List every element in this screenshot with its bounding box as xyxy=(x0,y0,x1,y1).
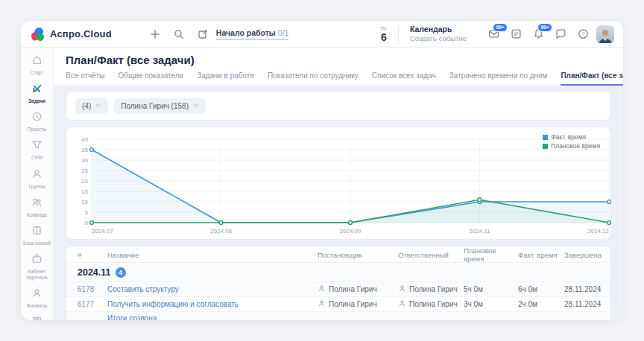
actual-time: 6ч 0м xyxy=(518,285,564,293)
task-assignee: Полина Гирич xyxy=(398,319,464,320)
person-icon xyxy=(398,319,406,320)
page-header: План/Факт (все задачи) Все отчётыОбщие п… xyxy=(54,48,623,86)
svg-text:20: 20 xyxy=(81,178,88,185)
table-row[interactable]: 6177Получить информацию и согласоватьПол… xyxy=(66,297,610,312)
page-title: План/Факт (все задачи) xyxy=(66,54,611,66)
groups-icon xyxy=(31,168,42,182)
person-icon xyxy=(318,319,326,320)
search-icon[interactable] xyxy=(170,25,188,43)
person-icon xyxy=(318,299,326,309)
chat-icon[interactable] xyxy=(552,25,569,43)
task-link[interactable]: Получить информацию и согласовать xyxy=(107,300,318,308)
team-icon xyxy=(31,197,42,211)
sidebar-item-задачи[interactable]: Задачи xyxy=(22,80,52,108)
person-icon xyxy=(398,284,406,294)
task-link[interactable]: Составить структуру xyxy=(107,285,318,293)
sidebar-item-crm[interactable]: CRM xyxy=(22,136,52,165)
sidebar-item-label: База знаний xyxy=(23,240,51,246)
sidebar-item-label: Группы xyxy=(29,184,45,190)
chart-card: 05101520253035402024.072024.082024.09202… xyxy=(66,127,611,240)
task-link[interactable]: Итоги созвона xyxy=(107,314,318,320)
help-icon[interactable]: ? xyxy=(574,25,592,43)
legend-swatch xyxy=(543,144,548,149)
planned-time: 3ч 0м xyxy=(464,300,518,308)
date-widget[interactable]: Пт 6 xyxy=(381,26,394,42)
tab-3[interactable]: Задачи в работе xyxy=(197,71,254,86)
onboarding-icon xyxy=(194,25,212,43)
plan-fact-chart[interactable]: 05101520253035402024.072024.082024.09202… xyxy=(72,132,616,238)
app-logo[interactable]: Аспро.Cloud xyxy=(31,28,112,41)
tab-1[interactable]: Все отчёты xyxy=(66,71,104,86)
group-label: 2024.11 xyxy=(78,267,111,278)
onboarding-link[interactable]: Начало работы0/1 xyxy=(194,25,289,43)
chevron-down-icon xyxy=(95,102,101,110)
svg-text:2024.09: 2024.09 xyxy=(340,228,362,235)
svg-text:2024.08: 2024.08 xyxy=(210,228,232,235)
svg-text:?: ? xyxy=(581,31,585,37)
user-avatar[interactable] xyxy=(596,25,614,43)
legend-item-2[interactable]: Плановое время xyxy=(543,142,600,150)
notes-icon[interactable] xyxy=(507,25,525,43)
tab-6[interactable]: Затрачено времени по дням xyxy=(449,71,548,86)
svg-text:5: 5 xyxy=(85,209,89,216)
tab-4[interactable]: Показатели по сотруднику xyxy=(268,71,359,86)
svg-text:2024.11: 2024.11 xyxy=(469,228,490,235)
onboarding-label: Начало работы xyxy=(216,28,276,37)
planned-time: 5ч 0м xyxy=(464,285,518,293)
finance-icon xyxy=(31,287,42,302)
tab-2[interactable]: Общие показатели xyxy=(118,71,183,86)
divider xyxy=(398,26,399,42)
task-assignee: Полина Гирич xyxy=(398,284,464,294)
tab-7[interactable]: План/Факт (все задачи) xyxy=(561,71,623,86)
sidebar-item-старт[interactable]: Старт xyxy=(22,51,52,80)
group-count-badge: 4 xyxy=(116,267,126,278)
sidebar-item-группы[interactable]: Группы xyxy=(22,165,52,194)
svg-text:30: 30 xyxy=(81,157,88,164)
svg-text:10: 10 xyxy=(81,199,88,205)
calendar-widget[interactable]: Календарь Создать событие xyxy=(410,25,467,43)
projects-icon xyxy=(31,111,42,125)
task-creator: Полина Гирич xyxy=(318,299,398,309)
sidebar-item-label: Задачи xyxy=(28,98,45,104)
person-icon xyxy=(318,284,326,294)
sidebar-item-label: Проекты xyxy=(27,127,46,133)
column-header-1: # xyxy=(78,251,107,259)
chevron-down-icon xyxy=(192,102,199,110)
mail-icon[interactable]: 99+ xyxy=(484,25,502,43)
table-group-row[interactable]: 2024.11 4 xyxy=(66,263,610,282)
task-creator: Полина Гирич xyxy=(318,319,398,320)
bell-icon[interactable]: 99+ xyxy=(529,25,547,43)
sidebar-item-agile[interactable]: Agile xyxy=(22,313,52,320)
svg-text:25: 25 xyxy=(81,168,88,174)
report-tabs: Все отчётыОбщие показателиЗадачи в работ… xyxy=(66,71,611,86)
person-icon xyxy=(398,299,406,309)
filter-chip-2[interactable]: Полина Гирич (158) xyxy=(114,98,206,114)
task-assignee: Полина Гирич xyxy=(398,299,464,309)
tab-5[interactable]: Список всех задач xyxy=(372,71,436,86)
table-row[interactable]: 6176Итоги созвонаЗАВЕРШЕНА 06.12.2024 11… xyxy=(66,312,610,320)
filters-card: (4)Полина Гирич (158) xyxy=(66,91,611,121)
sidebar-item-финансы[interactable]: Финансы xyxy=(22,284,52,313)
completed-date: 28.11.2024 xyxy=(564,285,610,293)
app-title: Аспро.Cloud xyxy=(50,28,112,39)
tasks-icon xyxy=(31,83,42,97)
sidebar-item-база-знаний[interactable]: База знаний xyxy=(22,222,52,250)
date-day: 6 xyxy=(381,32,387,42)
crm-icon xyxy=(31,139,42,153)
legend-swatch xyxy=(543,135,548,140)
sidebar-item-проекты[interactable]: Проекты xyxy=(22,108,52,136)
filter-chip-1[interactable]: (4) xyxy=(75,98,108,114)
sidebar-item-label: Команда xyxy=(27,212,46,218)
partner-icon xyxy=(31,253,42,267)
add-button[interactable] xyxy=(146,25,164,43)
sidebar-item-кабинет-партнера[interactable]: Кабинет партнера xyxy=(22,250,52,284)
column-header-2: Название xyxy=(107,251,318,259)
legend-item-1[interactable]: Факт. время xyxy=(543,133,600,141)
task-id: 6177 xyxy=(78,300,107,308)
task-id: 6178 xyxy=(78,285,107,293)
table-row[interactable]: 6178Составить структуруПолина ГиричПолин… xyxy=(66,282,610,297)
actual-time: 2ч 0м xyxy=(518,300,564,308)
sidebar: СтартЗадачиПроектыCRMГруппыКомандаБаза з… xyxy=(21,48,54,320)
topbar: Аспро.Cloud Начало работы0/1 Пт 6 Календ… xyxy=(21,21,623,48)
sidebar-item-команда[interactable]: Команда xyxy=(22,194,52,222)
